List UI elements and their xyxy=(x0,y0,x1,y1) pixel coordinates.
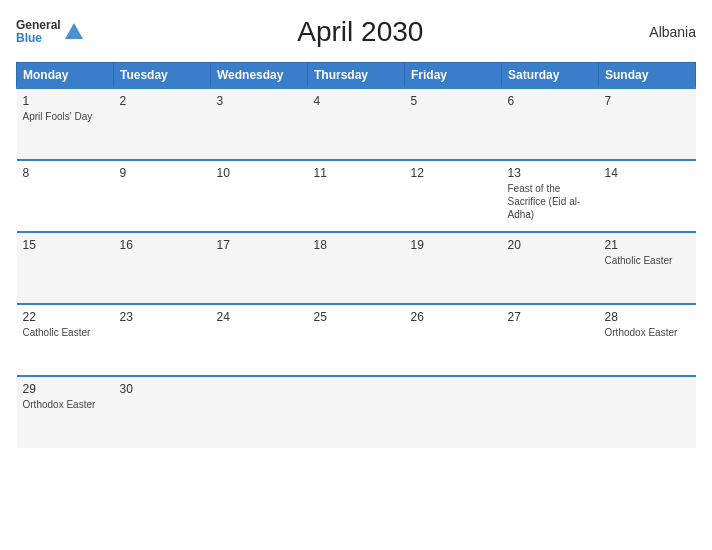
day-number: 22 xyxy=(23,310,108,324)
calendar-cell: 2 xyxy=(114,88,211,160)
calendar-cell: 3 xyxy=(211,88,308,160)
event-label: Catholic Easter xyxy=(605,254,690,267)
day-number: 6 xyxy=(508,94,593,108)
day-number: 15 xyxy=(23,238,108,252)
calendar-cell: 28Orthodox Easter xyxy=(599,304,696,376)
calendar-cell: 5 xyxy=(405,88,502,160)
day-number: 4 xyxy=(314,94,399,108)
calendar-week-row: 1April Fools' Day234567 xyxy=(17,88,696,160)
calendar-cell: 27 xyxy=(502,304,599,376)
calendar-cell xyxy=(502,376,599,448)
calendar-cell: 20 xyxy=(502,232,599,304)
calendar-cell: 7 xyxy=(599,88,696,160)
day-number: 7 xyxy=(605,94,690,108)
day-number: 29 xyxy=(23,382,108,396)
calendar-title: April 2030 xyxy=(85,16,636,48)
day-number: 21 xyxy=(605,238,690,252)
calendar-cell: 8 xyxy=(17,160,114,232)
calendar-cell: 30 xyxy=(114,376,211,448)
day-number: 1 xyxy=(23,94,108,108)
day-number: 17 xyxy=(217,238,302,252)
calendar-cell: 29Orthodox Easter xyxy=(17,376,114,448)
calendar-week-row: 8910111213Feast of the Sacrifice (Eid al… xyxy=(17,160,696,232)
col-tuesday: Tuesday xyxy=(114,63,211,89)
col-monday: Monday xyxy=(17,63,114,89)
calendar-cell xyxy=(599,376,696,448)
calendar-cell: 4 xyxy=(308,88,405,160)
calendar-cell: 18 xyxy=(308,232,405,304)
calendar-cell: 15 xyxy=(17,232,114,304)
calendar-week-row: 15161718192021Catholic Easter xyxy=(17,232,696,304)
logo-icon xyxy=(63,21,85,43)
calendar-header: Monday Tuesday Wednesday Thursday Friday… xyxy=(17,63,696,89)
calendar-week-row: 22Catholic Easter232425262728Orthodox Ea… xyxy=(17,304,696,376)
calendar-cell: 10 xyxy=(211,160,308,232)
calendar-cell: 23 xyxy=(114,304,211,376)
event-label: Orthodox Easter xyxy=(605,326,690,339)
day-number: 19 xyxy=(411,238,496,252)
event-label: Orthodox Easter xyxy=(23,398,108,411)
calendar-cell xyxy=(211,376,308,448)
day-number: 11 xyxy=(314,166,399,180)
calendar-cell: 25 xyxy=(308,304,405,376)
day-number: 2 xyxy=(120,94,205,108)
logo-blue-text: Blue xyxy=(16,32,61,45)
col-sunday: Sunday xyxy=(599,63,696,89)
day-number: 18 xyxy=(314,238,399,252)
calendar-cell: 17 xyxy=(211,232,308,304)
event-label: Feast of the Sacrifice (Eid al-Adha) xyxy=(508,182,593,221)
day-number: 20 xyxy=(508,238,593,252)
day-number: 9 xyxy=(120,166,205,180)
calendar-cell: 26 xyxy=(405,304,502,376)
calendar-cell: 9 xyxy=(114,160,211,232)
day-number: 25 xyxy=(314,310,399,324)
calendar-week-row: 29Orthodox Easter30 xyxy=(17,376,696,448)
calendar-cell: 1April Fools' Day xyxy=(17,88,114,160)
event-label: Catholic Easter xyxy=(23,326,108,339)
calendar-cell: 22Catholic Easter xyxy=(17,304,114,376)
calendar-cell: 16 xyxy=(114,232,211,304)
svg-marker-0 xyxy=(65,23,83,39)
col-saturday: Saturday xyxy=(502,63,599,89)
calendar-cell: 6 xyxy=(502,88,599,160)
event-label: April Fools' Day xyxy=(23,110,108,123)
calendar-cell: 21Catholic Easter xyxy=(599,232,696,304)
day-number: 24 xyxy=(217,310,302,324)
col-friday: Friday xyxy=(405,63,502,89)
calendar-table: Monday Tuesday Wednesday Thursday Friday… xyxy=(16,62,696,448)
col-thursday: Thursday xyxy=(308,63,405,89)
country-label: Albania xyxy=(636,24,696,40)
day-number: 12 xyxy=(411,166,496,180)
day-number: 3 xyxy=(217,94,302,108)
calendar-cell: 11 xyxy=(308,160,405,232)
day-number: 5 xyxy=(411,94,496,108)
calendar-cell: 13Feast of the Sacrifice (Eid al-Adha) xyxy=(502,160,599,232)
calendar-cell xyxy=(308,376,405,448)
day-number: 23 xyxy=(120,310,205,324)
day-number: 14 xyxy=(605,166,690,180)
day-number: 8 xyxy=(23,166,108,180)
col-wednesday: Wednesday xyxy=(211,63,308,89)
calendar-cell: 14 xyxy=(599,160,696,232)
day-number: 13 xyxy=(508,166,593,180)
calendar-cell xyxy=(405,376,502,448)
calendar-cell: 19 xyxy=(405,232,502,304)
calendar-body: 1April Fools' Day2345678910111213Feast o… xyxy=(17,88,696,448)
page-header: General Blue April 2030 Albania xyxy=(16,16,696,48)
days-of-week-row: Monday Tuesday Wednesday Thursday Friday… xyxy=(17,63,696,89)
day-number: 28 xyxy=(605,310,690,324)
day-number: 27 xyxy=(508,310,593,324)
logo: General Blue xyxy=(16,19,85,45)
day-number: 26 xyxy=(411,310,496,324)
day-number: 16 xyxy=(120,238,205,252)
day-number: 10 xyxy=(217,166,302,180)
calendar-cell: 24 xyxy=(211,304,308,376)
calendar-cell: 12 xyxy=(405,160,502,232)
day-number: 30 xyxy=(120,382,205,396)
